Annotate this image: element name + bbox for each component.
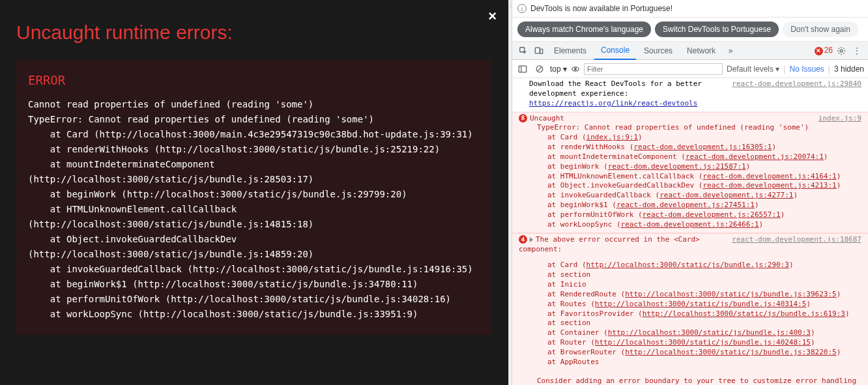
hidden-count[interactable]: 3 hidden: [834, 64, 864, 74]
react-devtools-link[interactable]: https://reactjs.org/link/react-devtools: [529, 99, 697, 107]
error-title: Uncaught: [530, 114, 564, 122]
error-trace: at Card (http://localhost:3000/static/js…: [547, 261, 861, 367]
no-issues[interactable]: No Issues: [789, 64, 824, 74]
source-link[interactable]: index.js:9: [818, 114, 861, 124]
tab-console[interactable]: Console: [594, 42, 636, 60]
console-messages: react-dom.development.js:29840 Download …: [512, 78, 868, 385]
source-link[interactable]: react-dom.development.js:16305:1: [633, 143, 772, 151]
context-selector[interactable]: top ▾: [550, 64, 567, 74]
error-count[interactable]: ✕26: [815, 46, 833, 55]
error-title: The above error occurred in the <Card> c…: [519, 235, 700, 253]
info-icon: i: [517, 4, 527, 13]
source-link[interactable]: http://localhost:3000/static/js/bundle.j…: [608, 328, 811, 337]
chip-always-match[interactable]: Always match Chrome's language: [517, 21, 651, 37]
svg-point-9: [575, 68, 577, 70]
svg-rect-4: [519, 66, 526, 72]
source-link[interactable]: react-dom.development.js:27451:1: [616, 201, 755, 209]
source-link[interactable]: react-dom.development.js:26466:1: [621, 220, 759, 229]
source-link[interactable]: http://localhost:3000/static/js/bundle.j…: [625, 290, 837, 298]
svg-rect-2: [540, 49, 543, 53]
source-link[interactable]: react-dom.development.js:26557:1: [643, 210, 781, 219]
error-stack: Cannot read properties of undefined (rea…: [28, 97, 480, 322]
error-count-badge: 4: [519, 235, 527, 244]
source-link[interactable]: index.js:9:1: [586, 133, 638, 141]
log-levels[interactable]: Default levels ▾: [727, 64, 779, 74]
source-link[interactable]: react-dom.development.js:4277:1: [659, 191, 793, 199]
sidebar-toggle-icon[interactable]: [516, 64, 529, 74]
chip-dont-show[interactable]: Don't show again: [783, 21, 858, 37]
info-text: DevTools is now available in Portuguese!: [530, 4, 673, 13]
svg-rect-1: [535, 48, 540, 53]
devtools-pane: i DevTools is now available in Portugues…: [512, 0, 868, 385]
source-link[interactable]: http://localhost:3000/static/js/bundle.j…: [643, 309, 845, 318]
filter-input[interactable]: [584, 63, 723, 75]
error-footer: Consider adding an error boundary to you…: [537, 377, 861, 385]
error-trace: at Card (index.js:9:1)at renderWithHooks…: [547, 133, 861, 229]
device-toggle-icon[interactable]: [532, 46, 546, 55]
console-message: react-dom.development.js:29840 Download …: [512, 78, 868, 112]
source-link[interactable]: react-dom.development.js:4164:1: [702, 172, 836, 180]
console-error: react-dom.development.js:18687 4The abov…: [512, 233, 868, 385]
kebab-menu-icon[interactable]: ⋮: [850, 46, 864, 55]
inspect-icon[interactable]: [516, 46, 530, 55]
more-tabs-icon[interactable]: »: [723, 46, 738, 55]
source-link[interactable]: react-dom.development.js:21587:1: [608, 162, 746, 171]
source-link[interactable]: react-dom.development.js:20074:1: [686, 152, 824, 161]
tab-sources[interactable]: Sources: [637, 42, 679, 59]
source-link[interactable]: http://localhost:3000/static/js/bundle.j…: [595, 300, 807, 308]
expand-icon[interactable]: [530, 237, 533, 242]
console-filter-bar: top ▾ Default levels ▾ | No Issues | 3 h…: [512, 60, 868, 78]
error-box: ERROR Cannot read properties of undefine…: [16, 60, 492, 335]
source-link[interactable]: http://localhost:3000/static/js/bundle.j…: [625, 348, 837, 356]
source-link[interactable]: react-dom.development.js:18687: [732, 235, 861, 245]
source-link[interactable]: react-dom.development.js:29840: [732, 79, 861, 89]
clear-console-icon[interactable]: [533, 64, 546, 74]
close-icon[interactable]: ×: [488, 8, 497, 25]
svg-line-7: [538, 66, 542, 71]
language-chips: Always match Chrome's language Switch De…: [512, 18, 868, 42]
svg-point-3: [840, 50, 843, 52]
source-link[interactable]: http://localhost:3000/static/js/bundle.j…: [595, 338, 811, 347]
overlay-title: Uncaught runtime errors:: [16, 21, 492, 44]
error-label: ERROR: [28, 73, 480, 88]
react-error-overlay: × Uncaught runtime errors: ERROR Cannot …: [0, 0, 508, 385]
tab-elements[interactable]: Elements: [547, 42, 593, 59]
error-count-badge: 8: [519, 114, 527, 122]
devtools-tabs: Elements Console Sources Network » ✕26 ⋮: [512, 42, 868, 60]
settings-icon[interactable]: [834, 46, 848, 55]
source-link[interactable]: react-dom.development.js:4213:1: [702, 181, 836, 190]
console-error: index.js:9 8Uncaught TypeError: Cannot r…: [512, 112, 868, 233]
devtools-info-bar: i DevTools is now available in Portugues…: [512, 0, 868, 18]
error-body: TypeError: Cannot read properties of und…: [537, 123, 861, 133]
tab-network[interactable]: Network: [680, 42, 722, 59]
source-link[interactable]: http://localhost:3000/static/js/bundle.j…: [586, 261, 789, 269]
live-expression-icon[interactable]: [571, 64, 580, 74]
chip-switch-language[interactable]: Switch DevTools to Portuguese: [655, 21, 779, 37]
